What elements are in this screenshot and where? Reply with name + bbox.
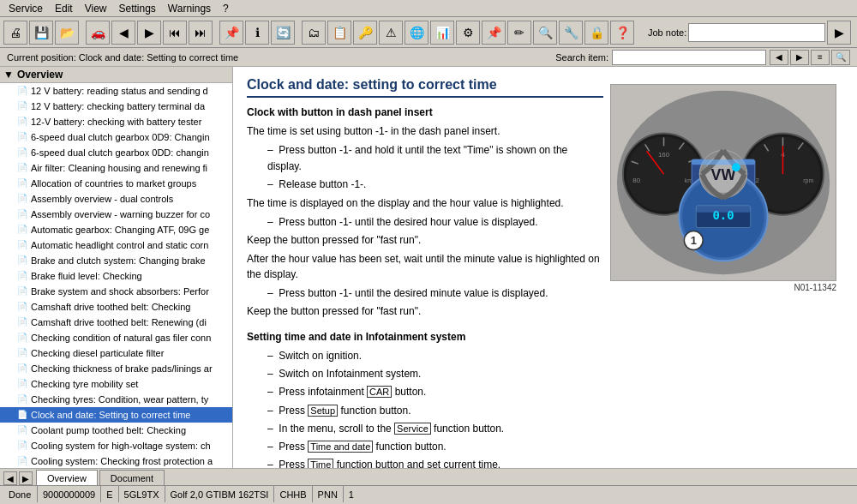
cluster-svg: 160 80 km/h 4 — [611, 84, 836, 281]
sidebar-item-22[interactable]: 📄Coolant pump toothed belt: Checking — [0, 423, 232, 438]
sidebar-item-21[interactable]: 📄Clock and date: Setting to correct time — [0, 407, 232, 423]
sidebar-item-9[interactable]: 📄Automatic gearbox: Changing ATF, 09G ge — [0, 222, 232, 237]
sidebar-item-19[interactable]: 📄Checking tyre mobility set — [0, 376, 232, 392]
search-buttons: ◀ ▶ ≡ 🔍 — [770, 50, 850, 65]
status-code6: PNN — [313, 486, 344, 502]
doc-icon-20: 📄 — [17, 393, 27, 406]
settings-button[interactable]: ⚙ — [456, 21, 480, 45]
search-input[interactable] — [612, 50, 766, 65]
save-button[interactable]: 💾 — [29, 21, 53, 45]
sidebar-item-11[interactable]: 📄Brake and clutch system: Changing brake — [0, 253, 232, 268]
search-label: Search item: — [555, 52, 608, 63]
sidebar-item-4[interactable]: 📄6-speed dual clutch gearbox 0DD: changi… — [0, 145, 232, 160]
sidebar-item-0[interactable]: 📄12 V battery: reading status and sendin… — [0, 83, 232, 99]
para3: Keep the button pressed for "fast run". — [247, 232, 603, 248]
sidebar-item-16[interactable]: 📄Checking condition of natural gas filer… — [0, 330, 232, 345]
info-button[interactable]: ℹ — [245, 21, 269, 45]
dash3: – Press button -1- until the desired hou… — [267, 214, 603, 231]
forward-button[interactable]: ▶ — [137, 21, 161, 45]
sidebar-item-17[interactable]: 📄Checking diesel particulate filter — [0, 345, 232, 361]
vehicle-button[interactable]: 🚗 — [86, 21, 110, 45]
content-area: Clock and date: setting to correct time … — [233, 67, 857, 468]
sidebar-item-5[interactable]: 📄Air filter: Cleaning housing and renewi… — [0, 160, 232, 176]
sidebar-item-24[interactable]: 📄Cooling system: Checking frost protecti… — [0, 453, 232, 468]
sidebar-item-12[interactable]: 📄Brake fluid level: Checking — [0, 268, 232, 284]
sidebar-item-1[interactable]: 📄12 V battery: checking battery terminal… — [0, 99, 232, 114]
search-go-button[interactable]: 🔍 — [831, 50, 850, 65]
sidebar-item-10[interactable]: 📄Automatic headlight control and static … — [0, 237, 232, 253]
tab-overview[interactable]: Overview — [36, 470, 98, 485]
doc-icon-16: 📄 — [17, 331, 27, 345]
time-button-label: Time — [308, 459, 333, 468]
tab-prev-arrow[interactable]: ◀ — [3, 471, 17, 485]
help-button[interactable]: ❓ — [610, 21, 634, 45]
image-panel: 160 80 km/h 4 — [603, 77, 843, 322]
status-done: Done — [3, 486, 38, 502]
doc-icon-3: 📄 — [17, 130, 27, 144]
mark-button[interactable]: 📌 — [482, 21, 506, 45]
tool-button[interactable]: 🔧 — [559, 21, 583, 45]
tab-document[interactable]: Document — [99, 470, 165, 485]
dash1: – Press button -1- and hold it until the… — [267, 142, 603, 175]
folder-button[interactable]: 🗂 — [302, 21, 326, 45]
tab-nav-arrows: ◀ ▶ — [3, 471, 33, 485]
job-note-input[interactable] — [688, 23, 825, 42]
svg-text:2: 2 — [755, 177, 758, 184]
menu-service[interactable]: Service — [3, 3, 48, 15]
sidebar-collapse-icon[interactable]: ▼ — [3, 69, 14, 81]
sidebar-item-23[interactable]: 📄Cooling system for high-voltage system:… — [0, 438, 232, 453]
key-button[interactable]: 🔑 — [353, 21, 377, 45]
first-button[interactable]: ⏮ — [163, 21, 187, 45]
sidebar-item-3[interactable]: 📄6-speed dual clutch gearbox 0D9: Changi… — [0, 129, 232, 145]
sidebar-item-20[interactable]: 📄Checking tyres: Condition, wear pattern… — [0, 392, 232, 407]
doc-icon-19: 📄 — [17, 377, 27, 391]
menu-view[interactable]: View — [80, 3, 112, 15]
menu-warnings[interactable]: Warnings — [163, 3, 216, 15]
search-small-button[interactable]: 🔍 — [533, 21, 557, 45]
menu-settings[interactable]: Settings — [114, 3, 161, 15]
menu-edit[interactable]: Edit — [50, 3, 78, 15]
doc-icon-14: 📄 — [17, 300, 27, 314]
doc-icon-6: 📄 — [17, 177, 27, 190]
step-6: – Press Time function button and set cur… — [267, 457, 843, 468]
search-options-button[interactable]: ≡ — [811, 50, 830, 65]
sidebar-item-13[interactable]: 📄Brake system and shock absorbers: Perfo… — [0, 284, 232, 299]
print-button[interactable]: 🖨 — [3, 21, 27, 45]
sidebar-item-6[interactable]: 📄Allocation of countries to market group… — [0, 176, 232, 191]
last-button[interactable]: ⏭ — [189, 21, 213, 45]
sidebar-item-2[interactable]: 📄12-V battery: checking with battery tes… — [0, 114, 232, 129]
svg-point-34 — [732, 163, 740, 171]
sidebar-item-18[interactable]: 📄Checking thickness of brake pads/lining… — [0, 361, 232, 376]
refresh-button[interactable]: 🔄 — [271, 21, 295, 45]
globe-button[interactable]: 🌐 — [405, 21, 428, 45]
menu-help[interactable]: ? — [218, 3, 234, 15]
chart-button[interactable]: 📊 — [430, 21, 454, 45]
doc-icon-23: 📄 — [17, 439, 27, 453]
section2-title: Setting time and date in Infotainment sy… — [247, 331, 843, 343]
pin-button[interactable]: 📌 — [219, 21, 243, 45]
sidebar-item-15[interactable]: 📄Camshaft drive toothed belt: Renewing (… — [0, 315, 232, 330]
position-text: Current position: Clock and date: Settin… — [7, 52, 238, 63]
doc-icon-17: 📄 — [17, 346, 27, 360]
lock-button[interactable]: 🔒 — [584, 21, 608, 45]
sidebar-item-7[interactable]: 📄Assembly overview - dual controls — [0, 191, 232, 207]
open-button[interactable]: 📂 — [55, 21, 79, 45]
toolbar: 🖨 💾 📂 🚗 ◀ ▶ ⏮ ⏭ 📌 ℹ 🔄 🗂 📋 🔑 ⚠ 🌐 📊 ⚙ 📌 ✏ … — [0, 17, 857, 48]
doc-icon-1: 📄 — [17, 99, 27, 113]
sidebar-item-14[interactable]: 📄Camshaft drive toothed belt: Checking — [0, 299, 232, 315]
doc-icon-10: 📄 — [17, 238, 27, 252]
step-0: – Switch on ignition. — [267, 348, 843, 364]
back-button[interactable]: ◀ — [111, 21, 135, 45]
search-next-button[interactable]: ▶ — [790, 50, 809, 65]
doc-icon-21: 📄 — [17, 408, 27, 422]
doc-icon-0: 📄 — [17, 84, 27, 98]
sidebar-item-8[interactable]: 📄Assembly overview - warning buzzer for … — [0, 207, 232, 222]
edit-button[interactable]: ✏ — [507, 21, 531, 45]
tab-next-arrow[interactable]: ▶ — [19, 471, 33, 485]
clipboard-button[interactable]: 📋 — [327, 21, 351, 45]
search-prev-button[interactable]: ◀ — [770, 50, 788, 65]
job-note-go-button[interactable]: ▶ — [827, 21, 851, 45]
warning-button[interactable]: ⚠ — [379, 21, 403, 45]
status-code1: 9000000009 — [38, 486, 101, 502]
step-4: – In the menu, scroll to the Service fun… — [267, 421, 843, 437]
